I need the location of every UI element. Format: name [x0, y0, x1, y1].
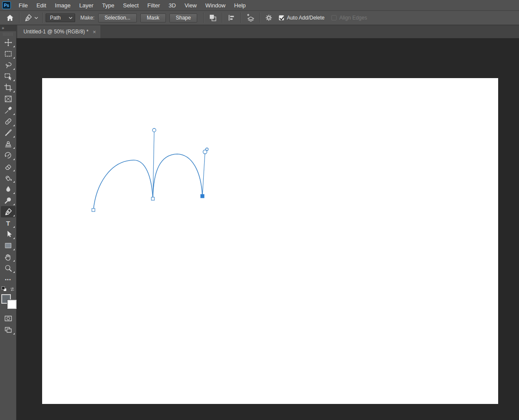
pen-preset-icon: [24, 13, 33, 22]
frame-icon: [4, 95, 13, 103]
type-tool-icon: T: [6, 220, 10, 227]
default-colors-icon[interactable]: [1, 285, 7, 292]
double-chevron-icon: »: [2, 26, 5, 30]
history-brush-tool-button[interactable]: [1, 150, 16, 161]
rectangular-marquee-icon: [4, 49, 13, 58]
tool-mode-select[interactable]: Path: [46, 13, 75, 22]
toolbar-collapse-button[interactable]: »: [0, 25, 16, 31]
paint-bucket-icon: [4, 174, 13, 182]
auto-add-delete-checkbox[interactable]: Auto Add/Delete: [279, 15, 324, 21]
menu-view[interactable]: View: [180, 0, 201, 11]
make-label: Make:: [80, 15, 95, 21]
toolbar-grip[interactable]: [3, 33, 13, 36]
move-tool-button[interactable]: [1, 37, 16, 48]
menu-layer[interactable]: Layer: [75, 0, 98, 11]
type-tool-button[interactable]: T: [1, 217, 16, 229]
anchor-point-selected[interactable]: [201, 194, 204, 198]
options-divider: [43, 13, 43, 23]
dodge-tool-button[interactable]: [1, 195, 16, 206]
brush-tool-button[interactable]: [1, 127, 16, 138]
eyedropper-icon: [4, 106, 13, 115]
object-selection-tool-button[interactable]: [1, 71, 16, 82]
menu-select[interactable]: Select: [119, 0, 143, 11]
eyedropper-tool-button[interactable]: [1, 105, 16, 116]
path-operations-button[interactable]: [206, 12, 219, 23]
move-tool-icon: [4, 38, 13, 47]
align-edges-checkbox: Align Edges: [331, 15, 367, 21]
menu-3d[interactable]: 3D: [164, 0, 180, 11]
close-tab-icon[interactable]: ×: [93, 29, 96, 35]
path-selection-arrow-icon: [4, 230, 13, 239]
edit-toolbar-button[interactable]: •••: [1, 274, 16, 285]
bezier-handle-knob[interactable]: [203, 150, 207, 154]
lasso-tool-button[interactable]: [1, 59, 16, 71]
align-edges-label: Align Edges: [339, 15, 367, 21]
screen-mode-button[interactable]: [1, 324, 16, 335]
make-mask-button[interactable]: Mask: [140, 13, 166, 23]
hand-tool-button[interactable]: [1, 251, 16, 262]
menu-edit[interactable]: Edit: [32, 0, 50, 11]
hand-icon: [4, 253, 13, 261]
clone-stamp-tool-button[interactable]: [1, 138, 16, 150]
crop-tool-button[interactable]: [1, 82, 16, 93]
checkbox-unchecked-icon: [331, 15, 337, 20]
menu-help[interactable]: Help: [230, 0, 250, 11]
chevron-down-icon: [34, 16, 38, 20]
blur-tool-button[interactable]: [1, 184, 16, 195]
make-selection-button[interactable]: Selection...: [98, 13, 137, 23]
path-arrangement-icon: [245, 13, 255, 22]
eraser-tool-button[interactable]: [1, 161, 16, 172]
options-divider: [241, 13, 241, 23]
background-color-swatch[interactable]: [7, 300, 17, 309]
path-selection-tool-button[interactable]: [1, 229, 16, 240]
anchor-point-middle[interactable]: [152, 197, 155, 200]
path-segment-arc1[interactable]: [93, 160, 153, 210]
menu-type[interactable]: Type: [98, 0, 119, 11]
menu-image[interactable]: Image: [50, 0, 75, 11]
lasso-icon: [4, 61, 13, 69]
path-alignment-button[interactable]: [225, 12, 238, 23]
menu-bar: Ps File Edit Image Layer Type Select Fil…: [0, 0, 519, 11]
bezier-handle-knob[interactable]: [152, 128, 156, 132]
document-canvas[interactable]: [42, 78, 498, 404]
pen-tool-preset-button[interactable]: [22, 13, 40, 22]
rectangular-marquee-tool-button[interactable]: [1, 48, 16, 59]
object-selection-icon: [4, 72, 13, 81]
gear-icon: [264, 13, 273, 22]
swap-colors-icon[interactable]: [9, 286, 16, 292]
clone-stamp-icon: [4, 140, 13, 148]
home-button[interactable]: [3, 12, 17, 23]
menu-filter[interactable]: Filter: [143, 0, 164, 11]
options-divider: [259, 13, 260, 23]
make-shape-button[interactable]: Shape: [169, 13, 198, 23]
eraser-icon: [4, 162, 13, 171]
pen-tool-icon: [4, 207, 13, 216]
menu-file[interactable]: File: [14, 0, 32, 11]
rectangle-tool-button[interactable]: [1, 240, 16, 251]
document-tab-bar: Untitled-1 @ 50% (RGB/8) * ×: [17, 25, 519, 38]
anchor-point-start[interactable]: [92, 209, 95, 212]
bezier-handle-line[interactable]: [202, 152, 205, 196]
crop-icon: [4, 83, 13, 92]
photoshop-logo-icon: Ps: [2, 1, 11, 9]
path-arrangement-button[interactable]: [244, 12, 257, 23]
healing-brush-icon: [4, 117, 13, 126]
history-brush-icon: [4, 151, 13, 160]
spot-healing-brush-tool-button[interactable]: [1, 116, 16, 127]
pen-tool-button[interactable]: [1, 206, 16, 217]
document-tab[interactable]: Untitled-1 @ 50% (RGB/8) * ×: [17, 25, 100, 38]
home-icon: [6, 13, 14, 22]
path-segment-arc2[interactable]: [153, 154, 202, 199]
foreground-background-swatches: [0, 294, 17, 310]
dodge-icon: [4, 196, 13, 205]
checkbox-checked-icon: [279, 15, 284, 20]
zoom-tool-button[interactable]: [1, 262, 16, 274]
frame-tool-button[interactable]: [1, 93, 16, 105]
menu-window[interactable]: Window: [201, 0, 230, 11]
photoshop-window: Ps File Edit Image Layer Type Select Fil…: [0, 0, 519, 420]
paint-bucket-tool-button[interactable]: [1, 172, 16, 184]
pen-options-gear-button[interactable]: [262, 12, 275, 23]
path-operations-icon: [208, 13, 217, 22]
quick-mask-button[interactable]: [1, 313, 16, 324]
pen-path-overlay[interactable]: [42, 78, 498, 404]
